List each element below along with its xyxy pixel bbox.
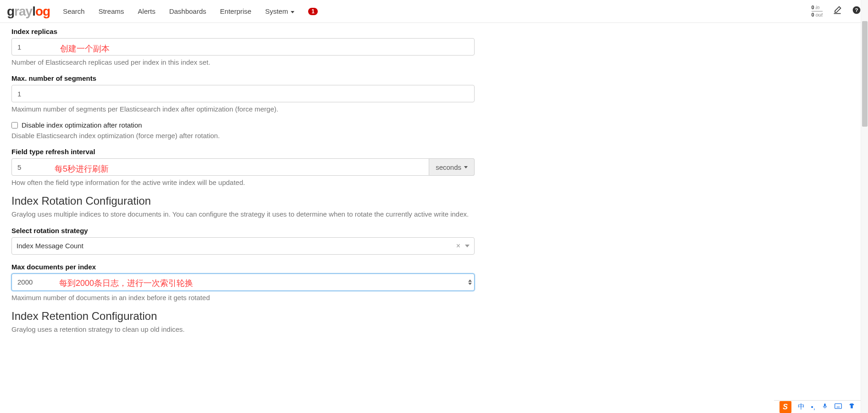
heading-rotation: Index Rotation Configuration [11, 195, 475, 207]
scrollbar[interactable] [861, 0, 868, 360]
select-value: Index Message Count [17, 242, 83, 250]
nav-alerts[interactable]: Alerts [138, 7, 155, 15]
logo[interactable]: graylog [7, 4, 50, 19]
desc-rotation: Graylog uses multiple indices to store d… [11, 209, 475, 219]
spinner-up-icon[interactable] [468, 279, 472, 282]
spinner-down-icon[interactable] [468, 283, 472, 285]
checkbox-disable-opt[interactable] [11, 122, 18, 128]
nav-dashboards[interactable]: Dashboards [169, 7, 206, 15]
label-refresh-interval: Field type refresh interval [11, 148, 475, 156]
label-index-replicas: Index replicas [11, 28, 475, 35]
field-index-replicas: Index replicas 创建一个副本 Number of Elastics… [11, 28, 475, 66]
field-max-docs: Max documents per index 每到2000条日志，进行一次索引… [11, 263, 475, 301]
nav-system[interactable]: System [265, 7, 294, 15]
nav-items: Search Streams Alerts Dashboards Enterpr… [63, 7, 318, 15]
help-index-replicas: Number of Elasticsearch replicas used pe… [11, 58, 475, 66]
label-rotation-strategy: Select rotation strategy [11, 227, 475, 234]
scrollbar-thumb[interactable] [862, 21, 868, 127]
throughput-indicator: 0 in 0 out [812, 5, 823, 18]
input-max-segments[interactable] [11, 85, 475, 102]
field-refresh-interval: Field type refresh interval seconds 每5秒进… [11, 148, 475, 186]
nav-right: 0 in 0 out ? [812, 5, 861, 18]
field-max-segments: Max. number of segments Maximum number o… [11, 74, 475, 113]
help-max-segments: Maximum number of segments per Elasticse… [11, 105, 475, 113]
help-disable-opt: Disable Elasticsearch index optimization… [11, 132, 475, 140]
label-max-segments: Max. number of segments [11, 74, 475, 82]
heading-retention: Index Retention Configuration [11, 310, 475, 323]
unit-refresh-interval[interactable]: seconds [429, 158, 475, 176]
help-refresh-interval: How often the field type information for… [11, 179, 475, 186]
field-disable-opt: Disable index optimization after rotatio… [11, 121, 475, 140]
input-refresh-interval[interactable] [11, 158, 429, 176]
field-rotation-strategy: Select rotation strategy Index Message C… [11, 227, 475, 255]
desc-retention: Graylog uses a retention strategy to cle… [11, 324, 475, 335]
select-rotation-strategy[interactable]: Index Message Count × [11, 237, 475, 255]
edit-icon[interactable] [833, 6, 842, 17]
help-max-docs: Maximum number of documents in an index … [11, 294, 475, 301]
form-page: Index replicas 创建一个副本 Number of Elastics… [0, 23, 486, 360]
input-index-replicas[interactable] [11, 38, 475, 56]
svg-text:?: ? [855, 7, 858, 13]
clear-icon[interactable]: × [456, 242, 460, 250]
label-disable-opt: Disable index optimization after rotatio… [22, 121, 142, 129]
nav-enterprise[interactable]: Enterprise [220, 7, 251, 15]
nav-search[interactable]: Search [63, 7, 85, 15]
label-max-docs: Max documents per index [11, 263, 475, 271]
nav-streams[interactable]: Streams [99, 7, 124, 15]
input-max-docs[interactable] [11, 273, 475, 291]
help-icon[interactable]: ? [852, 6, 861, 17]
nav-notification-badge[interactable]: 1 [308, 8, 318, 15]
top-navbar: graylog Search Streams Alerts Dashboards… [0, 0, 868, 23]
chevron-down-icon[interactable] [465, 245, 470, 247]
